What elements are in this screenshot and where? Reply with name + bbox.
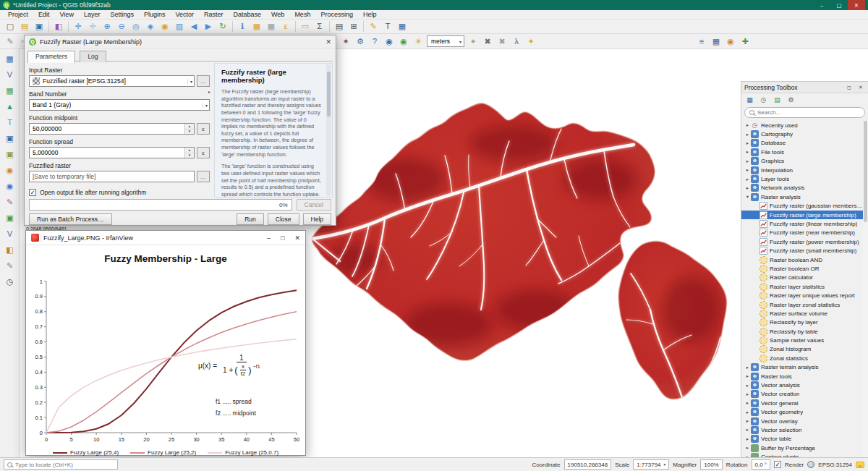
toolbox-item-raster-layer-statistics[interactable]: Raster layer statistics bbox=[741, 282, 863, 291]
add-xyz-layer-icon[interactable]: ◉ bbox=[3, 179, 17, 192]
new-project-icon[interactable]: ▢ bbox=[3, 20, 17, 33]
add-wms-layer-icon[interactable]: ◉ bbox=[3, 164, 17, 177]
messages-icon[interactable] bbox=[856, 462, 864, 468]
toolbox-item-fuzzify-raster-power-membership-[interactable]: Fuzzify raster (power membership) bbox=[741, 237, 863, 246]
georeferencer-icon[interactable]: ◉ bbox=[723, 35, 738, 48]
add-mesh-layer-icon[interactable]: ▲ bbox=[3, 100, 17, 113]
toolbox-item-raster-analysis[interactable]: ▾Raster analysis bbox=[741, 192, 863, 201]
menu-settings[interactable]: Settings bbox=[105, 11, 139, 18]
maximize-button[interactable]: □ bbox=[281, 234, 284, 242]
tree-expand-icon[interactable]: ▸ bbox=[744, 132, 751, 137]
toolbox-item-raster-boolean-or[interactable]: Raster boolean OR bbox=[741, 264, 863, 273]
toolbox-item-graphics[interactable]: ▸Graphics bbox=[741, 157, 863, 166]
measure-icon[interactable]: ▭ bbox=[298, 20, 312, 33]
bug-report-icon[interactable]: ✶ bbox=[339, 35, 353, 48]
menu-database[interactable]: Database bbox=[229, 11, 267, 18]
snapping-icon[interactable]: ⌖ bbox=[466, 35, 480, 48]
toolbox-item-vector-selection[interactable]: ▸Vector selection bbox=[741, 425, 863, 434]
toolbox-search-input[interactable] bbox=[757, 109, 860, 116]
menu-plugins[interactable]: Plugins bbox=[139, 11, 171, 18]
description-scrollbar[interactable] bbox=[326, 64, 331, 196]
add-annotation-layer-icon[interactable]: ✎ bbox=[3, 259, 17, 272]
current-edits-icon[interactable]: ✎ bbox=[3, 35, 17, 48]
zoom-native-icon[interactable]: ◎ bbox=[129, 20, 143, 33]
magnifier-box[interactable]: 100% bbox=[700, 459, 722, 470]
mesh-calc-icon[interactable]: ▦ bbox=[709, 35, 723, 48]
new-annotation-icon[interactable]: ✎ bbox=[366, 20, 380, 33]
toolbox-history-icon[interactable]: ◷ bbox=[757, 95, 770, 106]
run-button[interactable]: Run bbox=[237, 213, 264, 225]
run-as-batch-button[interactable]: Run as Batch Process… bbox=[29, 213, 112, 225]
deselect-features-icon[interactable]: ▦ bbox=[264, 20, 278, 33]
toolbox-item-raster-boolean-and[interactable]: Raster boolean AND bbox=[741, 255, 863, 264]
toolbox-item-vector-creation[interactable]: ▸Vector creation bbox=[741, 390, 863, 399]
tree-expand-icon[interactable]: ▸ bbox=[744, 140, 751, 146]
toolbox-item-raster-layer-unique-values-report[interactable]: Raster layer unique values report bbox=[741, 291, 863, 300]
add-delimited-text-icon[interactable]: T bbox=[3, 116, 17, 129]
input-raster-combo[interactable]: Fuzzified raster [EPSG:31254] ▾ bbox=[29, 75, 195, 87]
toolbox-item-vector-geometry[interactable]: ▸Vector geometry bbox=[741, 408, 863, 417]
panel-close-button[interactable]: ✕ bbox=[856, 85, 865, 90]
scale-combo[interactable]: 1:773794▾ bbox=[633, 459, 669, 470]
band-number-combo[interactable]: Band 1 (Gray) ▾ bbox=[29, 99, 210, 111]
toolbox-item-reclassify-by-table[interactable]: Reclassify by table bbox=[741, 327, 863, 336]
toolbox-item-fuzzify-raster-large-membership-[interactable]: Fuzzify raster (large membership) bbox=[741, 211, 863, 219]
refresh-icon[interactable]: ↻ bbox=[216, 20, 230, 33]
toolbox-item-interpolation[interactable]: ▸Interpolation bbox=[741, 166, 863, 174]
open-project-icon[interactable]: ▤ bbox=[17, 20, 32, 33]
lambda-expression-icon[interactable]: λ bbox=[509, 35, 524, 48]
toolbox-item-fuzzify-raster-near-membership-[interactable]: Fuzzify raster (near membership) bbox=[741, 229, 863, 237]
statistical-summary-icon[interactable]: Σ bbox=[312, 20, 327, 33]
function-midpoint-spinbox[interactable]: 50,000000 ▲▼ bbox=[29, 123, 195, 135]
python-console-icon[interactable]: ≡ bbox=[694, 35, 709, 48]
toolbox-item-vector-table[interactable]: ▸Vector table bbox=[741, 435, 863, 444]
pan-map-icon[interactable]: ✛ bbox=[71, 20, 85, 33]
text-annotation-icon[interactable]: T bbox=[380, 20, 395, 33]
toolbox-item-raster-layer-zonal-statistics[interactable]: Raster layer zonal statistics bbox=[741, 300, 863, 309]
add-raster-layer-icon[interactable]: ▦ bbox=[3, 84, 17, 97]
toolbox-item-fuzzify-raster-gaussian-membership-[interactable]: Fuzzify raster (gaussian membership) bbox=[741, 202, 863, 211]
processing-toolbox-icon[interactable]: ⚙ bbox=[353, 35, 367, 48]
menu-edit[interactable]: Edit bbox=[33, 11, 55, 18]
tree-expand-icon[interactable]: ▸ bbox=[744, 185, 751, 191]
menu-vector[interactable]: Vector bbox=[170, 11, 199, 18]
toolbox-item-file-tools[interactable]: ▸File tools bbox=[741, 148, 863, 156]
tree-expand-icon[interactable]: ▸ bbox=[744, 158, 751, 164]
cad-tools-icon[interactable]: ✖ bbox=[480, 35, 495, 48]
select-by-expression-icon[interactable]: ε bbox=[278, 20, 293, 33]
menu-raster[interactable]: Raster bbox=[199, 11, 229, 18]
toolbox-item-sample-raster-values[interactable]: Sample raster values bbox=[741, 336, 863, 344]
splitter-arrow-icon[interactable]: ▸ bbox=[208, 89, 210, 94]
toolbox-item-vector-analysis[interactable]: ▸Vector analysis bbox=[741, 381, 863, 389]
new-shapefile-icon[interactable]: ✎ bbox=[3, 195, 17, 208]
tree-expand-icon[interactable]: ▸ bbox=[744, 365, 751, 370]
zoom-next-icon[interactable]: ▶ bbox=[201, 20, 216, 33]
coordinate-box[interactable]: 190510,266348 bbox=[564, 459, 612, 470]
toolbox-item-raster-calculator[interactable]: Raster calculator bbox=[741, 273, 863, 282]
tree-expand-icon[interactable]: ▸ bbox=[744, 383, 751, 389]
toolbox-item-database[interactable]: ▸Database bbox=[741, 139, 863, 148]
panel-float-button[interactable]: ◻ bbox=[845, 85, 854, 90]
minimize-button[interactable]: – bbox=[267, 234, 271, 242]
menu-mesh[interactable]: Mesh bbox=[289, 11, 315, 18]
tree-expand-icon[interactable]: ▸ bbox=[744, 177, 751, 182]
cancel-button[interactable]: Cancel bbox=[297, 199, 331, 211]
tree-expand-icon[interactable]: ▸ bbox=[744, 373, 751, 379]
toolbox-options-icon[interactable]: ⚙ bbox=[785, 95, 797, 106]
toolbox-item-vector-overlay[interactable]: ▸Vector overlay bbox=[741, 417, 863, 425]
toolbox-item-layer-tools[interactable]: ▸Layer tools bbox=[741, 174, 863, 183]
add-vector-layer-icon[interactable]: V bbox=[3, 68, 17, 81]
tree-expand-icon[interactable]: ▸ bbox=[744, 410, 751, 415]
menu-project[interactable]: Project bbox=[3, 11, 33, 18]
star-plugin-icon[interactable]: ✳ bbox=[411, 35, 425, 48]
data-source-manager-icon[interactable]: ▦ bbox=[3, 52, 17, 65]
help-contents-icon[interactable]: ? bbox=[367, 35, 382, 48]
tree-expand-icon[interactable]: ▸ bbox=[744, 149, 751, 155]
menu-help[interactable]: Help bbox=[358, 11, 382, 18]
dialog-close-footer-button[interactable]: Close bbox=[268, 213, 299, 225]
menu-view[interactable]: View bbox=[55, 11, 79, 18]
toolbox-scrollbar[interactable] bbox=[863, 121, 868, 457]
select-features-icon[interactable]: ▦ bbox=[250, 20, 264, 33]
menu-web[interactable]: Web bbox=[266, 11, 289, 18]
zoom-to-layer-icon[interactable]: ▥ bbox=[172, 20, 187, 33]
